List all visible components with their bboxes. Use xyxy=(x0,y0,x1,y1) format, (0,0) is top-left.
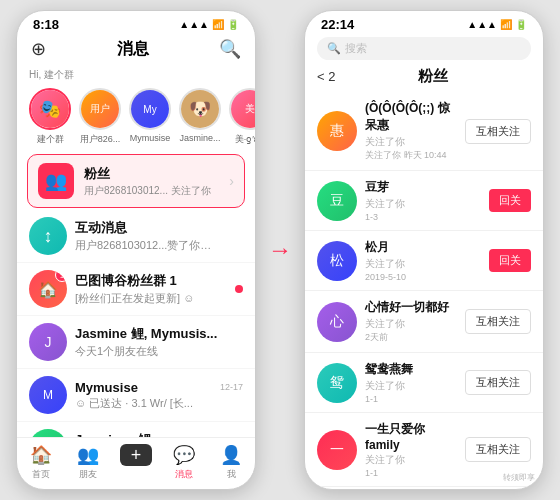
phones-divider: → xyxy=(264,236,296,264)
fan-item-4: 鸳 鸳鸯燕舞 关注了你1-1 互相关注 xyxy=(305,353,543,413)
fan-sub-2: 关注了你2019-5-10 xyxy=(365,257,481,282)
tab-bar: 🏠 首页 👥 朋友 + 💬 消息 👤 我 xyxy=(17,437,255,489)
messages-icon: 💬 xyxy=(173,444,195,466)
msg-item-3[interactable]: M Mymusise 12-17 ☺ 已送达 · 3.1 Wr/ [长... xyxy=(17,369,255,422)
right-nav-bar: < 2 粉丝 xyxy=(305,65,543,92)
story-label-3: Jasmine... xyxy=(179,133,220,143)
msg-item-4[interactable]: 鲤 Jasmine · 鲤 10分钟内在线 xyxy=(17,422,255,437)
tab-messages[interactable]: 💬 消息 xyxy=(160,444,208,481)
msg-body-2: Jasmine 鲤, Mymusis... 今天1个朋友在线 xyxy=(75,325,243,359)
msg-avatar-1: 🏠 1 xyxy=(29,270,67,308)
msg-name-0: 互动消息 xyxy=(75,219,127,237)
story-item[interactable]: 🎭 建个群 xyxy=(29,88,71,146)
fans-icon: 👥 xyxy=(38,163,74,199)
fan-action-5[interactable]: 互相关注 xyxy=(465,437,531,462)
fan-item-6: 风 风一样的男人 关注了你1-1 互相关注 xyxy=(305,487,543,489)
search-icon-right: 🔍 xyxy=(327,42,341,55)
fan-sub-0: 关注了你关注了你 昨天 10:44 xyxy=(365,135,457,162)
msg-preview-1: [粉丝们正在发起更新] ☺ xyxy=(75,291,215,306)
fan-action-3[interactable]: 互相关注 xyxy=(465,309,531,334)
msg-item-0[interactable]: ↕️ 互动消息 用户8268103012...赞了你的作品 xyxy=(17,210,255,263)
tab-home[interactable]: 🏠 首页 xyxy=(17,444,65,481)
tab-me[interactable]: 👤 我 xyxy=(207,444,255,481)
hi-text: Hi, 建个群 xyxy=(17,66,255,82)
fan-name-0: (Ô(Ô(Ô(Ô(;;) 惊呆惠 xyxy=(365,100,457,134)
message-list: ↕️ 互动消息 用户8268103012...赞了你的作品 🏠 1 xyxy=(17,210,255,437)
wifi-icon: 📶 xyxy=(212,19,224,30)
msg-preview-3: ☺ 已送达 · 3.1 Wr/ [长... xyxy=(75,396,215,411)
fan-sub-1: 关注了你1-3 xyxy=(365,197,481,222)
fan-avatar-4: 鸳 xyxy=(317,363,357,403)
msg-badge-1: 1 xyxy=(55,270,67,282)
story-avatar-2: My xyxy=(129,88,171,130)
fan-info-2: 松月 关注了你2019-5-10 xyxy=(365,239,481,282)
tab-friends[interactable]: 👥 朋友 xyxy=(65,444,113,481)
story-label-0: 建个群 xyxy=(37,133,64,146)
story-item-2[interactable]: My Mymusise xyxy=(129,88,171,146)
left-phone: 8:18 ▲▲▲ 📶 🔋 ⊕ 消息 🔍 Hi, 建个群 🎭 建个群 xyxy=(16,10,256,490)
friends-icon: 👥 xyxy=(77,444,99,466)
right-status-bar: 22:14 ▲▲▲ 📶 🔋 xyxy=(305,11,543,34)
me-icon: 👤 xyxy=(220,444,242,466)
left-status-bar: 8:18 ▲▲▲ 📶 🔋 xyxy=(17,11,255,34)
fans-list: 惠 (Ô(Ô(Ô(Ô(;;) 惊呆惠 关注了你关注了你 昨天 10:44 互相关… xyxy=(305,92,543,489)
msg-preview-0: 用户8268103012...赞了你的作品 xyxy=(75,238,215,253)
left-time: 8:18 xyxy=(33,17,59,32)
fan-name-1: 豆芽 xyxy=(365,179,481,196)
fan-avatar-2: 松 xyxy=(317,241,357,281)
right-signal-icon: ▲▲▲ xyxy=(467,19,497,30)
story-item-3[interactable]: 🐶 Jasmine... xyxy=(179,88,221,146)
fan-info-4: 鸳鸯燕舞 关注了你1-1 xyxy=(365,361,457,404)
fans-highlight-item[interactable]: 👥 粉丝 用户8268103012... 关注了你 › xyxy=(27,154,245,208)
battery-icon: 🔋 xyxy=(227,19,239,30)
search-box[interactable]: 🔍 搜索 xyxy=(317,37,531,60)
story-item-1[interactable]: 用户 用户826... xyxy=(79,88,121,146)
msg-avatar-4: 鲤 xyxy=(29,429,67,437)
fan-action-0[interactable]: 互相关注 xyxy=(465,119,531,144)
fan-action-2[interactable]: 回关 xyxy=(489,249,531,272)
msg-body-0: 互动消息 用户8268103012...赞了你的作品 xyxy=(75,219,243,253)
msg-item-1[interactable]: 🏠 1 巴图博谷粉丝群 1 [粉丝们正在发起更新] ☺ xyxy=(17,263,255,316)
left-nav-bar: ⊕ 消息 🔍 xyxy=(17,34,255,66)
back-button[interactable]: < 2 xyxy=(317,69,335,84)
right-phone: 22:14 ▲▲▲ 📶 🔋 🔍 搜索 < 2 粉丝 惠 xyxy=(304,10,544,490)
fan-name-3: 心情好一切都好 xyxy=(365,299,457,316)
msg-item-2[interactable]: J Jasmine 鲤, Mymusis... 今天1个朋友在线 xyxy=(17,316,255,369)
watermark: 转须即享 xyxy=(503,472,535,483)
msg-time-3: 12-17 xyxy=(220,382,243,392)
story-label-4: 美·ƍ′ε... xyxy=(235,133,255,146)
story-label-1: 用户826... xyxy=(80,133,121,146)
fan-action-4[interactable]: 互相关注 xyxy=(465,370,531,395)
right-nav-title: 粉丝 xyxy=(418,67,448,86)
plus-button[interactable]: + xyxy=(120,444,152,466)
story-avatar-4: 美 xyxy=(229,88,255,130)
msg-avatar-2: J xyxy=(29,323,67,361)
fan-avatar-5: 一 xyxy=(317,430,357,470)
fan-avatar-3: 心 xyxy=(317,302,357,342)
story-row: 🎭 建个群 用户 用户826... My Mymusise 🐶 xyxy=(17,82,255,152)
story-item-4[interactable]: 美 美·ƍ′ε... xyxy=(229,88,255,146)
fan-item-2: 松 松月 关注了你2019-5-10 回关 xyxy=(305,231,543,291)
fan-avatar-0: 惠 xyxy=(317,111,357,151)
fan-name-4: 鸳鸯燕舞 xyxy=(365,361,457,378)
search-icon[interactable]: 🔍 xyxy=(219,38,241,60)
fan-info-0: (Ô(Ô(Ô(Ô(;;) 惊呆惠 关注了你关注了你 昨天 10:44 xyxy=(365,100,457,162)
fan-info-1: 豆芽 关注了你1-3 xyxy=(365,179,481,222)
add-icon[interactable]: ⊕ xyxy=(31,38,46,60)
home-icon: 🏠 xyxy=(30,444,52,466)
msg-name-3: Mymusise xyxy=(75,380,138,395)
tab-plus[interactable]: + xyxy=(112,444,160,481)
fans-text: 粉丝 用户8268103012... 关注了你 xyxy=(84,165,219,198)
fan-item-1: 豆 豆芽 关注了你1-3 回关 xyxy=(305,171,543,231)
msg-avatar-3: M xyxy=(29,376,67,414)
fans-sub: 用户8268103012... 关注了你 xyxy=(84,184,214,198)
fan-name-2: 松月 xyxy=(365,239,481,256)
fan-avatar-1: 豆 xyxy=(317,181,357,221)
right-status-icons: ▲▲▲ 📶 🔋 xyxy=(467,19,527,30)
left-nav-title: 消息 xyxy=(117,39,149,60)
chevron-icon: › xyxy=(229,173,234,189)
msg-body-1: 巴图博谷粉丝群 1 [粉丝们正在发起更新] ☺ xyxy=(75,272,227,306)
fan-action-1[interactable]: 回关 xyxy=(489,189,531,212)
msg-name-2: Jasmine 鲤, Mymusis... xyxy=(75,325,217,343)
fans-title: 粉丝 xyxy=(84,165,219,183)
